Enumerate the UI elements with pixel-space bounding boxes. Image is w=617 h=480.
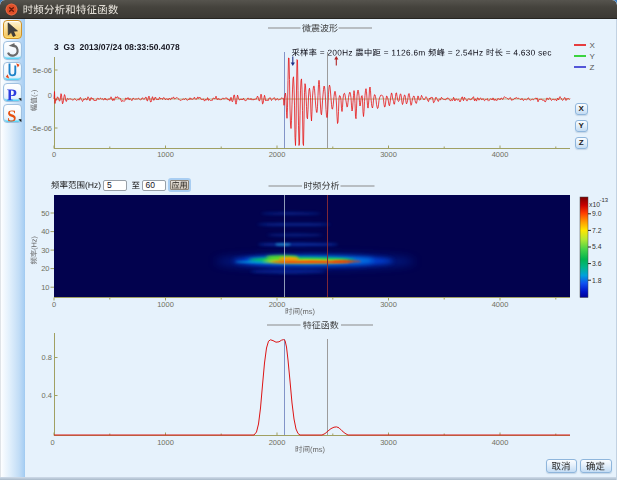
svg-text:-13: -13 (600, 197, 609, 203)
svg-text:9.0: 9.0 (592, 210, 602, 217)
svg-text:7.2: 7.2 (592, 227, 602, 234)
svg-text:1.8: 1.8 (592, 277, 602, 284)
svg-text:0: 0 (50, 438, 54, 447)
svg-text:3000: 3000 (380, 300, 397, 309)
svg-text:1000: 1000 (157, 150, 174, 159)
svg-text:20: 20 (41, 264, 49, 273)
svg-text:x10: x10 (589, 201, 600, 208)
svg-text:2000: 2000 (269, 300, 286, 309)
svg-text:60: 60 (146, 180, 156, 190)
svg-text:0.8: 0.8 (42, 353, 52, 362)
svg-text:0: 0 (52, 300, 56, 309)
svg-text:0: 0 (52, 150, 56, 159)
svg-text:4000: 4000 (492, 438, 509, 447)
svg-text:0: 0 (48, 91, 52, 100)
svg-text:2000: 2000 (269, 438, 286, 447)
svg-text:3000: 3000 (380, 438, 397, 447)
svg-text:1000: 1000 (157, 300, 174, 309)
svg-text:5e-06: 5e-06 (33, 66, 52, 75)
svg-text:30: 30 (41, 246, 49, 255)
svg-text:X: X (590, 41, 596, 50)
svg-text:-5e-06: -5e-06 (30, 124, 52, 133)
svg-text:40: 40 (41, 227, 49, 236)
svg-text:0.4: 0.4 (42, 391, 52, 400)
svg-text:10: 10 (41, 283, 49, 292)
svg-text:1000: 1000 (157, 438, 174, 447)
svg-text:5: 5 (107, 180, 112, 190)
svg-text:50: 50 (41, 209, 49, 218)
svg-text:5.4: 5.4 (592, 243, 602, 250)
svg-text:Z: Z (590, 63, 595, 72)
svg-text:4000: 4000 (492, 300, 509, 309)
svg-text:Y: Y (590, 52, 596, 61)
svg-text:3.6: 3.6 (592, 260, 602, 267)
svg-text:3000: 3000 (380, 150, 397, 159)
svg-text:2000: 2000 (269, 150, 286, 159)
svg-text:4000: 4000 (492, 150, 509, 159)
